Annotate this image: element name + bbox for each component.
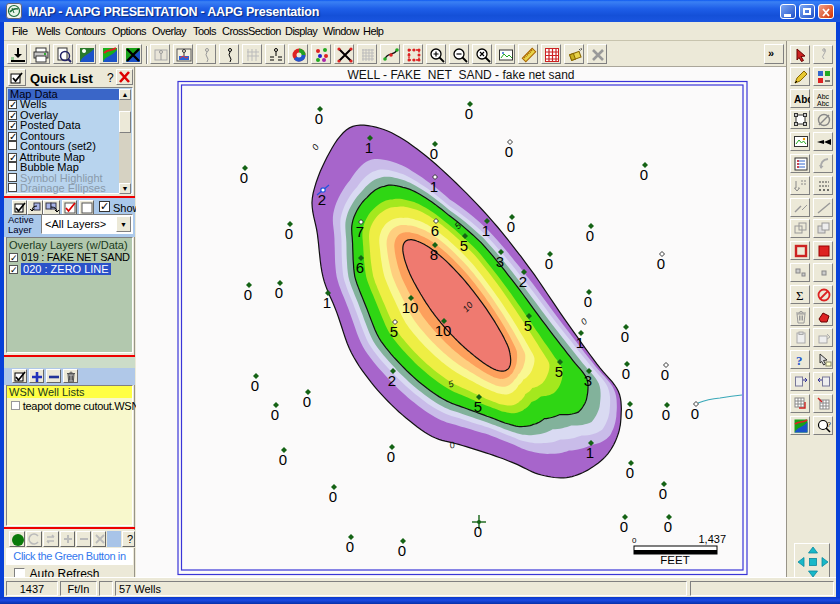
svg-text:0: 0 xyxy=(275,284,283,301)
svg-text:1,437: 1,437 xyxy=(698,533,726,545)
svg-text:0: 0 xyxy=(271,406,279,423)
svg-text:0: 0 xyxy=(691,405,699,422)
svg-text:0: 0 xyxy=(474,523,482,540)
svg-text:0: 0 xyxy=(329,488,337,505)
svg-text:2: 2 xyxy=(318,191,326,208)
svg-text:0: 0 xyxy=(664,518,672,535)
svg-text:5: 5 xyxy=(474,398,482,415)
svg-text:10: 10 xyxy=(402,299,419,316)
svg-text:0: 0 xyxy=(584,293,592,310)
svg-text:FEET: FEET xyxy=(660,554,689,566)
svg-text:0: 0 xyxy=(387,448,395,465)
svg-text:Abc: Abc xyxy=(817,93,830,100)
svg-text:0: 0 xyxy=(625,405,633,422)
svg-text:1: 1 xyxy=(586,444,594,461)
svg-text:1: 1 xyxy=(576,334,584,351)
svg-text:3: 3 xyxy=(584,372,592,389)
svg-text:0: 0 xyxy=(240,169,248,186)
svg-text:3: 3 xyxy=(496,253,504,270)
svg-text:5: 5 xyxy=(524,317,532,334)
svg-text:0: 0 xyxy=(507,218,515,235)
svg-text:0: 0 xyxy=(303,393,311,410)
svg-text:0: 0 xyxy=(632,536,637,545)
svg-text:0: 0 xyxy=(430,145,438,162)
svg-text:0: 0 xyxy=(244,286,252,303)
svg-text:6: 6 xyxy=(356,259,364,276)
svg-text:?: ? xyxy=(827,421,831,428)
svg-text:0: 0 xyxy=(620,518,628,535)
svg-text:0: 0 xyxy=(622,365,630,382)
svg-text:10: 10 xyxy=(435,322,452,339)
svg-text:0: 0 xyxy=(398,542,406,559)
svg-text:0: 0 xyxy=(626,464,634,481)
svg-text:0: 0 xyxy=(251,377,259,394)
svg-text:Abc: Abc xyxy=(794,94,810,105)
svg-text:1: 1 xyxy=(430,178,438,195)
svg-text:5: 5 xyxy=(390,323,398,340)
svg-text:0: 0 xyxy=(579,316,589,327)
svg-text:0: 0 xyxy=(657,255,665,272)
svg-text:0: 0 xyxy=(310,142,321,152)
svg-text:0: 0 xyxy=(545,255,553,272)
svg-text:0: 0 xyxy=(505,143,513,160)
svg-text:5: 5 xyxy=(555,363,563,380)
svg-text:1: 1 xyxy=(323,294,331,311)
svg-text:0: 0 xyxy=(279,451,287,468)
svg-text:1: 1 xyxy=(482,222,490,239)
svg-text:?: ? xyxy=(796,353,803,368)
svg-text:0: 0 xyxy=(586,227,594,244)
svg-text:0: 0 xyxy=(465,105,473,122)
svg-text:Abc: Abc xyxy=(817,100,830,107)
svg-text:6: 6 xyxy=(431,222,439,239)
svg-text:0: 0 xyxy=(346,538,354,555)
svg-text:2: 2 xyxy=(388,372,396,389)
svg-text:7: 7 xyxy=(356,223,364,240)
svg-text:0: 0 xyxy=(315,110,323,127)
svg-text:0: 0 xyxy=(659,485,667,502)
svg-text:1: 1 xyxy=(365,139,373,156)
svg-text:2: 2 xyxy=(519,273,527,290)
svg-text:0: 0 xyxy=(662,406,670,423)
svg-text:0: 0 xyxy=(621,328,629,345)
svg-text:Σ: Σ xyxy=(796,288,804,303)
svg-text:0: 0 xyxy=(661,366,669,383)
svg-text:0: 0 xyxy=(285,225,293,242)
svg-text:0: 0 xyxy=(640,166,648,183)
svg-text:8: 8 xyxy=(430,246,438,263)
svg-text:5: 5 xyxy=(460,237,468,254)
